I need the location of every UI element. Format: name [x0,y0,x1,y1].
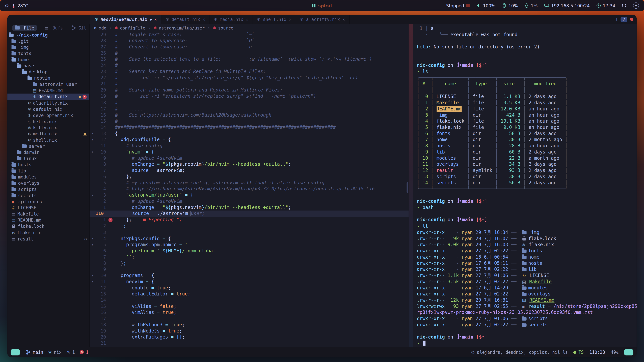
editor-line[interactable]: 23# Search key pattern and Replace in Mu… [90,69,409,75]
editor-line[interactable]: 11 # base config [90,143,409,149]
tree-item-.git[interactable]: .git [8,38,89,44]
status-edit-count[interactable]: ✎ 1 [66,350,75,355]
explorer-tab-git[interactable]: Git [70,25,86,30]
buffer-tab-media.nix[interactable]: ❄media.nix× [210,15,253,24]
tree-item-secrets[interactable]: secrets [8,193,89,199]
fold-arrow-icon[interactable]: ▾ [90,279,95,285]
tree-item-home[interactable]: home [8,57,89,63]
terminal-pane[interactable]: 1 │ a · ╰── executable was not foundhelp… [413,24,636,347]
tree-item-default.nix[interactable]: ❄default.nix [8,106,89,112]
player-widget[interactable]: Stopped [446,3,470,8]
tree-item-flake.nix[interactable]: ❄flake.nix [8,230,89,236]
buffer-tab-default.nix[interactable]: ❄default.nix× [161,15,210,24]
editor-line[interactable]: 15# [90,118,409,124]
editor-line[interactable]: 13 defaultEditor = true; [90,291,409,297]
temperature-widget[interactable]: 28°C [12,3,28,8]
editor-line[interactable]: 110 source = ./astronvim_user; [90,211,409,217]
editor-line[interactable]: 15 viAlias = false; [90,303,409,310]
tree-item-Makefile[interactable]: ▤Makefile [8,211,89,217]
breadcrumb-item-astronvim/lua/user[interactable]: ✱astronvim/lua/user [154,25,204,30]
fold-arrow-icon[interactable]: ▾ [90,236,95,242]
editor-line[interactable]: 21 [90,340,409,347]
tree-item-README.md[interactable]: ▤README.md [8,217,89,224]
close-icon[interactable]: × [154,17,157,22]
editor-line[interactable]: 17# ...... [90,106,409,112]
editor-line[interactable]: 16# See https://astronvim.com/Basic%20Us… [90,112,409,118]
tree-item-desktop[interactable]: desktop [8,69,89,75]
fold-arrow-icon[interactable]: ▾ [90,242,95,248]
editor-line[interactable]: 18# [90,99,409,106]
editor-line[interactable]: 1 onChange = "${pkgs.neovim}/bin/nvim --… [90,204,409,211]
buffer-tab-neovim/default.nix[interactable]: ❄neovim/default.nix●× [90,15,161,24]
tree-item-astronvim_user[interactable]: astronvim_user [8,81,89,88]
editor-line[interactable]: 18 withPython3 = true; [90,322,409,328]
editor-line[interactable]: ▾11 neovim = { [90,279,409,285]
buffer-tab-shell.nix[interactable]: ❄shell.nix× [253,15,296,24]
editor-line[interactable]: ▾13{ [90,130,409,137]
editor-line[interactable]: 14######################################… [90,124,409,130]
tree-item-kitty.nix[interactable]: ❄kitty.nix [8,125,89,131]
editor-line[interactable]: 9 # update AstroNvim [90,155,409,161]
breadcrumb-item-source[interactable]: ✱source [213,25,234,30]
editor-line[interactable]: 26# [90,50,409,56]
tree-item-lib[interactable]: lib [8,168,89,174]
tabpage-1[interactable]: 1 [615,17,618,22]
editor-line[interactable]: 2 # update AstroNvim [90,198,409,205]
editor-line[interactable]: 8 }; [90,260,409,266]
keyboard-layout-badge[interactable]: A [633,2,639,9]
tree-item-neovim[interactable]: neovim [8,75,89,81]
close-icon[interactable]: × [202,17,205,22]
tree-item-media.nix[interactable]: ❄media.nix [8,131,89,137]
editor-line[interactable]: 7 source = astronvim; [90,167,409,174]
tree-item-overlays[interactable]: overlays [8,180,89,186]
editor-line[interactable]: ▾10 programs = { [90,273,409,279]
tree-item-_img[interactable]: _img [8,44,89,51]
fold-arrow-icon[interactable]: ▾ [90,273,95,279]
tree-item-fonts[interactable]: fonts [8,51,89,57]
editor-line[interactable]: 19 withNodeJs = true; [90,328,409,334]
session-widget[interactable]: spiral [312,3,332,8]
tree-item-helix.nix[interactable]: ◇helix.nix [8,118,89,125]
editor-line[interactable]: ▾4 nixpkgs.config = { [90,236,409,242]
clock-widget[interactable]: 17:34 [596,3,615,8]
tree-item-default.nix[interactable]: ❄default.nix●× [8,94,89,100]
pane-separator[interactable] [409,24,413,347]
editor-line[interactable]: 2 }; [90,223,409,229]
editor-line[interactable]: 22# sed -ri "s/pattern_str/replace_str/g… [90,75,409,81]
tree-item-alacritty.nix[interactable]: ❄alacritty.nix [8,100,89,106]
editor-line[interactable]: 16 vimAlias = true; [90,310,409,316]
editor-line[interactable]: 9 [90,266,409,273]
status-error-count[interactable]: × 1 [80,350,88,355]
tree-item-shell.nix[interactable]: ❄shell.nix [8,137,89,143]
buffer-tab-alacritty.nix[interactable]: ❄alacritty.nix× [296,15,350,24]
memory-widget[interactable]: 10% [502,3,518,8]
tree-item-LICENSE[interactable]: ©LICENSE [8,205,89,211]
explorer-tab-bufs[interactable]: ▤Bufs [44,25,63,30]
editor-line[interactable]: 8 onChange = "${pkgs.neovim}/bin/nvim --… [90,161,409,167]
editor-line[interactable]: 5 # my cusotom astronvim config, astronv… [90,180,409,186]
close-icon[interactable]: × [289,17,291,22]
editor-line[interactable]: 6 prefix = ''${HOME}/.npm-global [90,248,409,254]
editor-line[interactable]: 20# Search file name pattern and Replace… [90,87,409,93]
editor-line[interactable]: 1× }; ■ Expecting ";" [90,217,409,223]
editor-line[interactable]: 6 }; [90,174,409,180]
editor-line[interactable]: 3 [90,229,409,236]
editor-line[interactable]: ▾12 xdg.configFile = { [90,137,409,143]
tabpage-2[interactable]: 2 [620,16,627,22]
tree-item-flake.lock[interactable]: flake.lock [8,223,89,230]
editor-line[interactable]: 24# [90,62,409,69]
tree-item-result[interactable]: ▤result○ [8,236,89,242]
editor-line[interactable]: 25# Save the selected text to a file: `:… [90,56,409,62]
editor-line[interactable]: 17 [90,316,409,322]
editor-line[interactable]: ▾5 programs.npm.npmrc = '' [90,242,409,248]
editor-line[interactable]: 19# sed -ri "s/pattern_str/replace_str/g… [90,93,409,99]
editor-line[interactable]: 7 ''; [90,254,409,260]
code-area[interactable]: 29# Toggle text's case: `~`28# Convert t… [90,32,409,347]
tree-item-base[interactable]: base [8,63,89,69]
editor-scrollbar[interactable] [406,182,408,193]
editor-line[interactable]: 14 [90,297,409,303]
close-icon[interactable]: × [342,17,345,22]
tree-item-scripts[interactable]: scripts [8,186,89,193]
network-widget[interactable]: 192.168.5.100/24 [544,3,590,8]
tree-item-server[interactable]: server [8,143,89,149]
